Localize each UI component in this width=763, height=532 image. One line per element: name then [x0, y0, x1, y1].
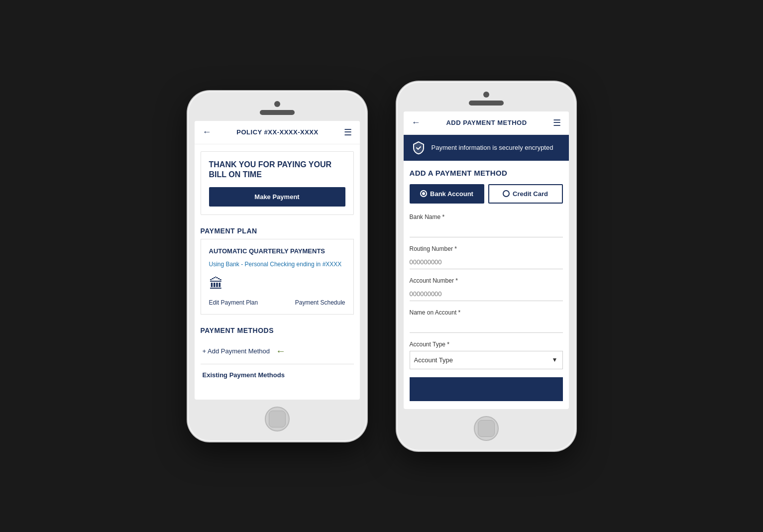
- right-phone: ← ADD PAYMENT METHOD ☰ Payment informati…: [397, 82, 576, 451]
- phone-top-left: [195, 101, 360, 115]
- app-header-right: ← ADD PAYMENT METHOD ☰: [404, 111, 569, 135]
- home-button-right[interactable]: [474, 416, 499, 441]
- account-type-label: Account Type *: [410, 341, 563, 348]
- credit-radio-circle: [503, 190, 510, 197]
- name-on-account-input[interactable]: [410, 319, 563, 333]
- policy-header-title: POLICY #XX-XXXX-XXXX: [236, 128, 318, 136]
- menu-icon-left[interactable]: ☰: [344, 127, 352, 138]
- plan-title: AUTOMATIC QUARTERLY PAYMENTS: [209, 247, 345, 255]
- arrow-indicator: ←: [276, 345, 286, 357]
- home-button-left[interactable]: [265, 407, 290, 431]
- camera-left: [274, 101, 280, 107]
- plan-links: Edit Payment Plan Payment Schedule: [209, 299, 345, 306]
- account-number-group: Account Number *: [410, 277, 563, 301]
- payment-plan-card: AUTOMATIC QUARTERLY PAYMENTS Using Bank …: [201, 239, 354, 315]
- policy-screen-content: THANK YOU FOR PAYING YOUR BILL ON TIME M…: [195, 144, 360, 383]
- payment-methods-section-title: PAYMENT METHODS: [195, 321, 360, 338]
- bank-name-group: Bank Name *: [410, 213, 563, 237]
- account-number-input[interactable]: [410, 287, 563, 301]
- name-on-account-group: Name on Account *: [410, 309, 563, 333]
- submit-button-bar[interactable]: [410, 377, 563, 401]
- name-on-account-label: Name on Account *: [410, 309, 563, 316]
- bank-tab-label: Bank Account: [430, 190, 473, 198]
- home-button-inner-right: [478, 420, 495, 437]
- menu-icon-right[interactable]: ☰: [553, 117, 561, 128]
- back-button-left[interactable]: ←: [203, 127, 212, 137]
- security-banner-text: Payment information is securely encrypte…: [432, 144, 553, 151]
- routing-number-input[interactable]: [410, 255, 563, 269]
- shield-icon: [412, 141, 426, 155]
- add-payment-header-title: ADD PAYMENT METHOD: [446, 119, 527, 126]
- phone-bottom-left: [195, 407, 360, 431]
- edit-payment-plan-link[interactable]: Edit Payment Plan: [209, 299, 258, 306]
- app-header-left: ← POLICY #XX-XXXX-XXXX ☰: [195, 121, 360, 144]
- account-number-label: Account Number *: [410, 277, 563, 284]
- plan-description: Using Bank - Personal Checking ending in…: [209, 260, 345, 269]
- bank-icon: 🏛: [209, 276, 345, 292]
- bank-radio-circle: [420, 190, 427, 197]
- payment-methods-section: + Add Payment Method ← Existing Payment …: [195, 338, 360, 383]
- add-payment-row[interactable]: + Add Payment Method ←: [201, 338, 354, 364]
- speaker-right: [469, 101, 504, 106]
- bank-account-tab[interactable]: Bank Account: [410, 184, 484, 204]
- select-wrapper: Account Type Checking Savings ▼: [410, 351, 563, 369]
- back-button-right[interactable]: ←: [412, 117, 421, 128]
- account-type-select[interactable]: Account Type Checking Savings: [410, 351, 563, 369]
- thank-you-title: THANK YOU FOR PAYING YOUR BILL ON TIME: [209, 160, 345, 181]
- payment-type-tabs: Bank Account Credit Card: [410, 184, 563, 204]
- payment-plan-section-title: PAYMENT PLAN: [195, 222, 360, 239]
- add-payment-heading: ADD A PAYMENT METHOD: [410, 169, 563, 177]
- phone-bottom-right: [404, 416, 569, 441]
- speaker-left: [260, 110, 295, 115]
- payment-schedule-link[interactable]: Payment Schedule: [295, 299, 345, 306]
- screen-right: ← ADD PAYMENT METHOD ☰ Payment informati…: [404, 111, 569, 409]
- phone-top-right: [404, 92, 569, 106]
- routing-number-label: Routing Number *: [410, 245, 563, 252]
- credit-card-tab[interactable]: Credit Card: [488, 184, 563, 204]
- security-banner: Payment information is securely encrypte…: [404, 135, 569, 161]
- add-payment-form-section: ADD A PAYMENT METHOD Bank Account Credit…: [404, 161, 569, 409]
- screen-left: ← POLICY #XX-XXXX-XXXX ☰ THANK YOU FOR P…: [195, 121, 360, 400]
- camera-right: [483, 92, 489, 98]
- credit-tab-label: Credit Card: [513, 190, 548, 198]
- routing-number-group: Routing Number *: [410, 245, 563, 269]
- home-button-inner-left: [269, 411, 286, 427]
- thank-you-card: THANK YOU FOR PAYING YOUR BILL ON TIME M…: [201, 151, 354, 215]
- add-payment-text: + Add Payment Method: [203, 347, 270, 355]
- left-phone: ← POLICY #XX-XXXX-XXXX ☰ THANK YOU FOR P…: [188, 91, 367, 441]
- bank-radio-dot: [422, 192, 425, 195]
- bank-name-input[interactable]: [410, 223, 563, 237]
- make-payment-button[interactable]: Make Payment: [209, 187, 345, 207]
- existing-methods-title: Existing Payment Methods: [201, 364, 354, 383]
- account-type-group: Account Type * Account Type Checking Sav…: [410, 341, 563, 369]
- bank-name-label: Bank Name *: [410, 213, 563, 220]
